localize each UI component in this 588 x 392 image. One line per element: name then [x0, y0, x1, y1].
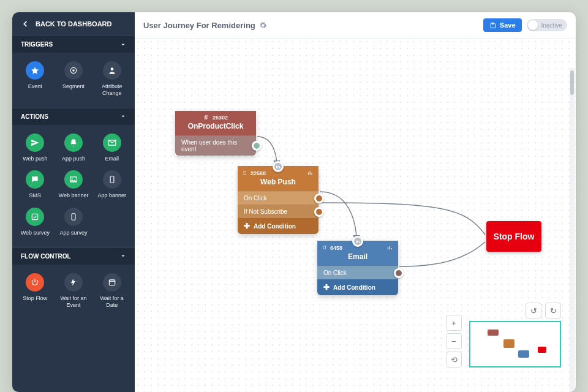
node-title: Stop Flow [494, 232, 535, 241]
port-label: On Click [244, 195, 267, 202]
chevron-down-icon [120, 253, 126, 259]
node-port-onclick[interactable]: On Click [317, 266, 398, 279]
node-id: 6458 [330, 245, 342, 251]
arrow-left-icon [21, 20, 29, 28]
action-app-push[interactable]: App push [55, 134, 93, 162]
section-header-flow-control[interactable]: FLOW CONTROL [12, 248, 135, 265]
section-header-actions[interactable]: ACTIONS [12, 108, 135, 125]
page-title: User Journey For Remidering [143, 21, 267, 30]
bolt-icon [69, 278, 78, 287]
triggers-grid: Event Segment Attribute Change [12, 53, 135, 108]
stats-icon[interactable] [307, 170, 314, 176]
save-button[interactable]: Save [483, 18, 522, 32]
output-port[interactable] [252, 141, 262, 151]
node-title: Web Push [260, 178, 296, 186]
stats-icon[interactable] [386, 244, 393, 251]
section-label: TRIGGERS [21, 41, 53, 48]
port-label: If Not Subscribe [244, 208, 287, 215]
node-title: OnProductClick [188, 122, 244, 130]
zoom-controls: + − ⟲ [446, 315, 462, 368]
svg-point-4 [72, 178, 73, 179]
zoom-reset-button[interactable]: ⟲ [446, 352, 462, 368]
plus-icon: ✚ [323, 283, 330, 292]
output-port[interactable] [394, 268, 404, 278]
gear-icon[interactable] [259, 21, 267, 29]
action-label: App banner [97, 192, 126, 199]
node-port-onclick[interactable]: On Click [238, 191, 318, 205]
action-label: App push [62, 156, 85, 162]
node-trigger[interactable]: 26302 OnProductClick When user does this… [175, 111, 256, 156]
mail-icon [108, 138, 116, 147]
topbar: User Journey For Remidering Save Inactiv… [135, 12, 576, 39]
trigger-segment[interactable]: Segment [55, 61, 93, 97]
flow-wait-event[interactable]: Wait for an Event [55, 273, 93, 309]
port-label: On Click [323, 270, 347, 276]
node-port-ifnot[interactable]: If Not Subscribe [238, 205, 318, 218]
section-header-triggers[interactable]: TRIGGERS [12, 36, 135, 53]
flow-stop[interactable]: Stop Flow [16, 273, 55, 309]
calendar-icon [108, 278, 116, 287]
back-to-dashboard[interactable]: BACK TO DASHBOARD [12, 12, 135, 36]
action-label: App survey [59, 230, 87, 236]
status-label: Inactive [541, 22, 562, 29]
trigger-label: Event [28, 83, 42, 90]
check-icon [31, 213, 39, 221]
svg-rect-5 [110, 176, 114, 183]
flow-label: Stop Flow [23, 295, 47, 302]
copy-icon [322, 245, 328, 251]
redo-button[interactable]: ↻ [545, 303, 561, 318]
section-actions: ACTIONS Web push App push Email [12, 108, 135, 247]
node-email[interactable]: in 6458 Email On Click ✚ Add Condition [317, 241, 398, 295]
status-toggle[interactable]: Inactive [527, 19, 567, 31]
app-window: BACK TO DASHBOARD TRIGGERS Event Segment [12, 12, 576, 392]
action-web-push[interactable]: Web push [16, 134, 55, 162]
svg-point-1 [72, 69, 75, 72]
node-id: 22568 [251, 170, 266, 176]
action-app-banner[interactable]: App banner [92, 170, 131, 199]
sidebar: BACK TO DASHBOARD TRIGGERS Event Segment [12, 12, 135, 392]
svg-rect-8 [109, 280, 115, 285]
svg-point-2 [110, 67, 113, 70]
node-stop-flow[interactable]: Stop Flow [486, 221, 541, 252]
action-sms[interactable]: SMS [16, 170, 55, 199]
node-port[interactable]: When user does this event [175, 135, 256, 156]
trigger-attribute-change[interactable]: Attribute Change [92, 61, 131, 97]
section-label: ACTIONS [21, 113, 48, 120]
action-web-banner[interactable]: Web banner [55, 170, 93, 199]
undo-button[interactable]: ↺ [526, 303, 541, 318]
main-area: User Journey For Remidering Save Inactiv… [135, 12, 576, 392]
add-label: Add Condition [254, 223, 296, 230]
trigger-event[interactable]: Event [16, 61, 55, 97]
flow-label: Wait for a Date [96, 295, 129, 309]
save-button-label: Save [500, 21, 516, 29]
star-icon [31, 66, 39, 75]
add-condition[interactable]: ✚ Add Condition [317, 279, 398, 295]
image-icon [69, 175, 78, 184]
flow-wait-date[interactable]: Wait for a Date [92, 273, 131, 309]
scrollbar[interactable] [570, 68, 575, 391]
back-label: BACK TO DASHBOARD [36, 20, 111, 28]
action-label: Web push [23, 156, 47, 162]
output-port[interactable] [314, 194, 324, 203]
zoom-in-button[interactable]: + [446, 315, 462, 331]
section-label: FLOW CONTROL [21, 253, 71, 260]
minimap[interactable] [469, 321, 561, 368]
action-app-survey[interactable]: App survey [55, 208, 93, 236]
flow-grid: Stop Flow Wait for an Event Wait for a D… [12, 265, 135, 320]
canvas[interactable]: 26302 OnProductClick When user does this… [135, 39, 576, 392]
node-title: Email [348, 252, 368, 261]
plus-icon: ✚ [244, 222, 250, 230]
user-icon [108, 66, 116, 75]
zoom-out-button[interactable]: − [446, 333, 462, 349]
trigger-label: Segment [62, 83, 85, 90]
action-label: SMS [29, 192, 42, 199]
node-web-push[interactable]: in 22568 Web Push On Click If Not Subscr… [238, 166, 318, 234]
section-flow-control: FLOW CONTROL Stop Flow Wait for an Event… [12, 247, 135, 320]
action-web-survey[interactable]: Web survey [16, 208, 55, 236]
action-email[interactable]: Email [92, 134, 131, 162]
chevron-down-icon [120, 42, 126, 48]
add-condition[interactable]: ✚ Add Condition [238, 218, 318, 234]
svg-rect-13 [323, 246, 326, 249]
output-port[interactable] [314, 207, 324, 217]
scrollbar-thumb[interactable] [570, 70, 574, 95]
